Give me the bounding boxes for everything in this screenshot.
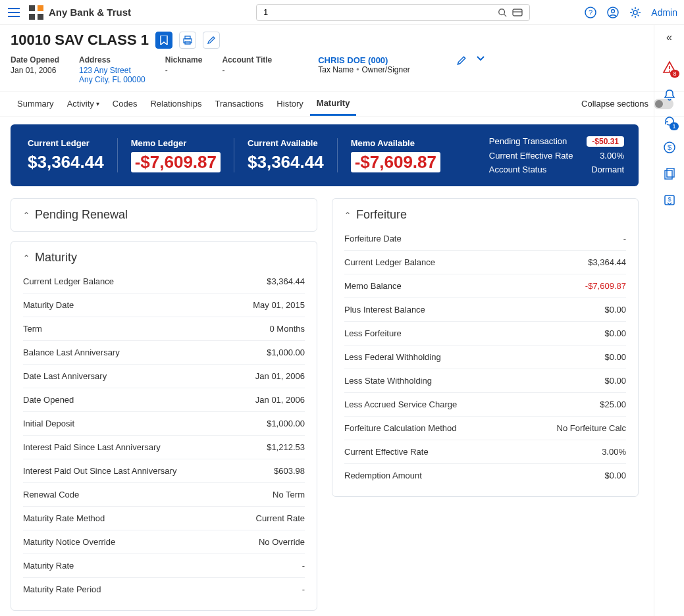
tab-maturity[interactable]: Maturity xyxy=(310,91,357,116)
summary-value: Dormant xyxy=(591,165,624,174)
meta-label: Date Opened xyxy=(11,55,59,64)
bell-icon[interactable] xyxy=(663,88,676,101)
kv-value: Jan 01, 2006 xyxy=(255,371,305,381)
admin-link[interactable]: Admin xyxy=(651,7,677,18)
address-link[interactable]: 123 Any Street xyxy=(79,66,145,75)
search-box xyxy=(256,4,530,21)
kv-value: $603.98 xyxy=(274,466,305,476)
summary-label: Memo Available xyxy=(351,138,440,148)
kv-value: Current Rate xyxy=(256,513,305,523)
kv-row: Forfeiture Calculation MethodNo Forfeitu… xyxy=(344,417,626,440)
kv-value: - xyxy=(623,234,626,244)
documents-icon[interactable] xyxy=(663,167,676,180)
menu-button[interactable] xyxy=(7,5,21,20)
kv-row: Initial Deposit$1,000.00 xyxy=(23,412,305,436)
collapse-rail-icon[interactable]: « xyxy=(666,32,672,43)
kv-row: Interest Paid Since Last Anniversary$1,2… xyxy=(23,436,305,459)
chevron-up-icon: ⌃ xyxy=(23,253,30,263)
kv-value: $25.00 xyxy=(600,399,626,409)
panel-header[interactable]: ⌃ Maturity xyxy=(23,251,305,265)
search-icon[interactable] xyxy=(495,8,510,17)
tab-bar: Summary Activity▾ Codes Relationships Tr… xyxy=(0,91,684,116)
svg-point-13 xyxy=(669,70,670,72)
summary-value: $3,364.44 xyxy=(28,152,104,172)
kv-row: Less Accrued Service Charge$25.00 xyxy=(344,393,626,417)
page-title: 10010 SAV CLASS 1 xyxy=(11,32,149,49)
kv-value: $0.00 xyxy=(604,471,626,480)
svg-point-0 xyxy=(499,9,505,14)
right-column: ⌃ Forfeiture Forfeiture Date-Current Led… xyxy=(332,198,639,611)
panel-header[interactable]: ⌃ Pending Renewal xyxy=(23,208,305,222)
kv-key: Maturity Notice Override xyxy=(23,537,115,547)
svg-text:?: ? xyxy=(589,9,592,16)
panel-header[interactable]: ⌃ Forfeiture xyxy=(344,208,626,222)
kv-key: Plus Interest Balance xyxy=(344,305,425,315)
kv-key: Interest Paid Since Last Anniversary xyxy=(23,442,161,452)
summary-label: Pending Transaction xyxy=(489,136,567,147)
meta-account-title: Account Title - xyxy=(222,55,272,84)
bookmark-button[interactable] xyxy=(155,32,172,49)
summary-memo-available: Memo Available -$7,609.87 xyxy=(337,138,454,172)
kv-row: Plus Interest Balance$0.00 xyxy=(344,298,626,322)
kv-row: Current Ledger Balance$3,364.44 xyxy=(23,270,305,294)
kv-value: -$7,609.87 xyxy=(585,281,626,291)
kv-row: Date OpenedJan 01, 2006 xyxy=(23,388,305,412)
kv-key: Redemption Amount xyxy=(344,471,422,480)
panel-title: Forfeiture xyxy=(356,208,407,222)
chevron-down-icon[interactable] xyxy=(476,55,485,62)
kv-value: $0.00 xyxy=(604,352,626,362)
tab-summary[interactable]: Summary xyxy=(11,91,61,116)
meta-address: Address 123 Any Street Any City, FL 0000… xyxy=(79,55,145,84)
print-button[interactable] xyxy=(179,32,196,49)
badge: 1 xyxy=(670,122,678,130)
kv-key: Less Forfeiture xyxy=(344,328,402,338)
kv-key: Interest Paid Out Since Last Anniversary xyxy=(23,466,176,476)
alert-icon[interactable]: 8 xyxy=(662,61,677,75)
summary-current-available: Current Available $3,364.44 xyxy=(234,138,337,172)
kv-row: Maturity Rate- xyxy=(23,554,305,578)
kv-value: 0 Months xyxy=(270,324,305,334)
summary-value: $3,364.44 xyxy=(248,152,324,172)
kv-value: $3,364.44 xyxy=(267,276,305,286)
tab-codes[interactable]: Codes xyxy=(106,91,144,116)
owner-link[interactable]: CHRIS DOE (000) xyxy=(318,55,410,65)
kv-key: Current Ledger Balance xyxy=(344,257,435,267)
dollar-icon[interactable]: $ xyxy=(663,141,676,154)
search-input[interactable] xyxy=(261,7,495,17)
kv-row: Maturity DateMay 01, 2015 xyxy=(23,294,305,317)
card-icon[interactable] xyxy=(510,8,525,17)
kv-value: No Term xyxy=(273,490,305,500)
refresh-icon[interactable]: 1 xyxy=(663,115,676,128)
meta-label: Nickname xyxy=(165,55,203,64)
address-link[interactable]: Any City, FL 00000 xyxy=(79,75,145,84)
meta-date-opened: Date Opened Jan 01, 2006 xyxy=(11,55,59,84)
svg-rect-17 xyxy=(667,168,674,177)
kv-key: Forfeiture Date xyxy=(344,234,402,244)
kv-row: Renewal CodeNo Term xyxy=(23,483,305,507)
tab-transactions[interactable]: Transactions xyxy=(208,91,270,116)
kv-key: Maturity Rate Period xyxy=(23,584,101,594)
summary-label: Current Available xyxy=(248,138,324,148)
user-icon[interactable] xyxy=(606,6,619,19)
tab-activity[interactable]: Activity▾ xyxy=(61,91,106,116)
help-icon[interactable]: ? xyxy=(584,6,597,19)
kv-row: Current Effective Rate3.00% xyxy=(344,440,626,464)
chevron-up-icon: ⌃ xyxy=(344,211,351,220)
pending-pill: -$50.31 xyxy=(587,136,624,147)
kv-value: 3.00% xyxy=(602,447,626,457)
tab-history[interactable]: History xyxy=(270,91,309,116)
kv-row: Current Ledger Balance$3,364.44 xyxy=(344,251,626,274)
right-rail: « 8 1 $ $ xyxy=(654,25,684,616)
tab-label: Activity xyxy=(67,99,94,109)
balance-summary-card: Current Ledger $3,364.44 Memo Ledger -$7… xyxy=(11,124,639,186)
edit-button[interactable] xyxy=(203,32,220,49)
kv-row: Balance Last Anniversary$1,000.00 xyxy=(23,341,305,365)
kv-row: Forfeiture Date- xyxy=(344,227,626,251)
kv-row: Maturity Rate MethodCurrent Rate xyxy=(23,507,305,530)
deposit-icon[interactable]: $ xyxy=(663,193,676,207)
gear-icon[interactable] xyxy=(629,6,642,19)
tab-relationships[interactable]: Relationships xyxy=(144,91,208,116)
badge: 8 xyxy=(670,70,679,78)
kv-key: Term xyxy=(23,324,42,334)
edit-owner-icon[interactable] xyxy=(456,55,467,66)
